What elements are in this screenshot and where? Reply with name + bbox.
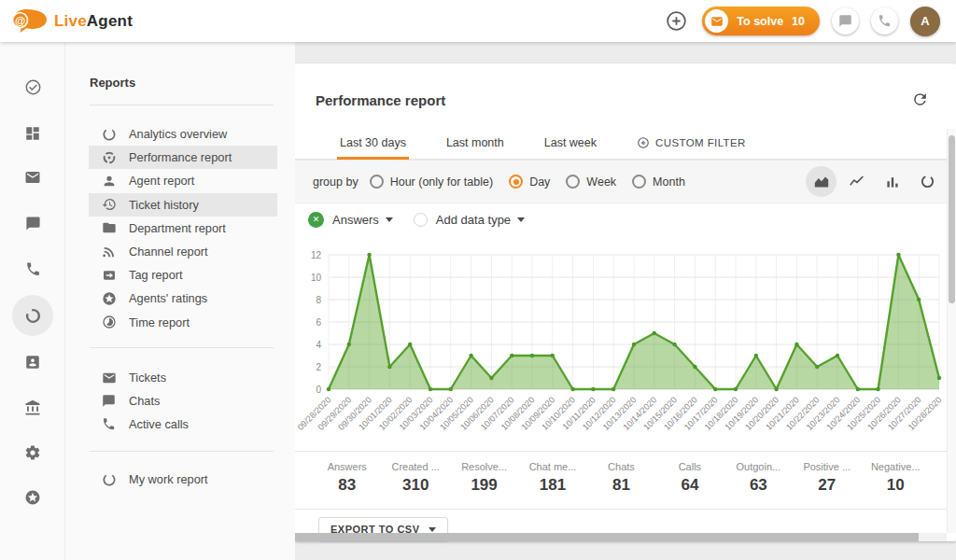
- dashboard-icon: [24, 125, 41, 142]
- bank-icon: [24, 399, 41, 416]
- line-chart-icon: [849, 175, 865, 189]
- menu-divider: [90, 105, 274, 105]
- summary-stats: Answers83 Created ...310 Resolve...199 C…: [295, 451, 947, 509]
- top-header: @ LiveAgent To solve 10: [0, 0, 956, 42]
- stat-answers: Answers83: [313, 461, 381, 509]
- star-circle-icon: [24, 489, 41, 506]
- chevron-down-icon: [517, 217, 525, 222]
- refresh-icon: [911, 91, 929, 108]
- phone-icon: [101, 416, 117, 432]
- area-chart-type-button[interactable]: [806, 166, 836, 197]
- header-actions: To solve 10 A: [663, 7, 940, 36]
- donut-large-icon: [101, 471, 117, 487]
- rail-star-button[interactable]: [12, 477, 53, 518]
- svg-text:12: 12: [311, 250, 322, 260]
- chats-button[interactable]: [832, 7, 859, 35]
- rail-contacts-button[interactable]: [12, 342, 53, 383]
- menu-item-analytics-overview[interactable]: Analytics overview: [89, 122, 277, 146]
- menu-item-agent-report[interactable]: Agent report: [89, 169, 277, 192]
- menu-item-time-report[interactable]: Time report: [89, 311, 277, 334]
- radio-month[interactable]: Month: [632, 175, 685, 189]
- rail-chat-button[interactable]: [12, 203, 53, 244]
- reports-menu: Reports Analytics overview Performance r…: [65, 42, 295, 560]
- tab-custom-filter[interactable]: CUSTOM FILTER: [634, 136, 749, 161]
- svg-text:0: 0: [316, 385, 321, 395]
- stat-created: Created ...310: [381, 461, 449, 509]
- radio-hour[interactable]: Hour (only for table): [370, 175, 493, 189]
- menu-item-tickets[interactable]: Tickets: [89, 366, 277, 389]
- radio-selected-icon: [509, 175, 523, 189]
- menu-item-tag-report[interactable]: Tag report: [89, 263, 277, 287]
- line-chart-type-button[interactable]: [841, 166, 872, 197]
- radio-day[interactable]: Day: [509, 175, 550, 189]
- svg-text:10: 10: [311, 273, 322, 283]
- menu-item-chats[interactable]: Chats: [89, 389, 277, 413]
- performance-area-chart: 02468101209/28/202009/29/202009/30/20201…: [295, 235, 956, 451]
- menu-item-active-calls[interactable]: Active calls: [89, 413, 277, 436]
- menu-item-channel-report[interactable]: Channel report: [89, 240, 277, 263]
- performance-donut-icon: [101, 149, 117, 165]
- plus-circle-icon: [637, 136, 650, 149]
- menu-title: Reports: [90, 76, 135, 90]
- tab-last-week[interactable]: Last week: [541, 136, 599, 161]
- phone-icon: [878, 14, 892, 28]
- calls-button[interactable]: [871, 7, 898, 35]
- add-button[interactable]: [663, 7, 690, 35]
- chat-icon: [25, 216, 41, 231]
- mail-icon: [705, 9, 728, 33]
- menu-item-performance-report[interactable]: Performance report: [89, 146, 277, 169]
- radio-week[interactable]: Week: [566, 175, 616, 189]
- add-circle-icon: [665, 9, 688, 33]
- radio-circle-icon: [370, 175, 384, 189]
- folder-icon: [101, 220, 117, 236]
- rail-check-circle-button[interactable]: [12, 66, 53, 107]
- chat-icon: [838, 14, 852, 28]
- add-chip-label: Add data type: [436, 213, 511, 227]
- bar-chart-type-button[interactable]: [877, 166, 907, 197]
- horizontal-scrollbar-thumb[interactable]: [295, 533, 919, 541]
- rail-bank-button[interactable]: [12, 387, 53, 428]
- rail-dashboard-button[interactable]: [12, 113, 53, 154]
- menu-group-queues: Tickets Chats Active calls: [89, 366, 277, 437]
- check-circle-icon: [24, 78, 42, 96]
- menu-item-my-work-report[interactable]: My work report: [89, 468, 277, 491]
- contact-card-icon: [24, 354, 41, 371]
- avatar[interactable]: A: [910, 7, 940, 36]
- rail-phone-button[interactable]: [12, 248, 53, 289]
- add-data-type-chip[interactable]: Add data type: [414, 213, 525, 227]
- rail-reports-button[interactable]: [12, 295, 53, 336]
- chat-icon: [101, 393, 117, 409]
- report-card: Performance report Last 30 days Last mon…: [295, 63, 956, 541]
- remove-circle-icon[interactable]: ✕: [308, 212, 324, 228]
- stat-chats: Chats81: [587, 461, 655, 509]
- menu-item-agents-ratings[interactable]: Agents' ratings: [89, 287, 277, 310]
- series-chip-label: Answers: [332, 213, 379, 227]
- rail-mail-button[interactable]: [12, 157, 53, 198]
- liveagent-bubble-icon: @: [11, 7, 49, 35]
- menu-item-ticket-history[interactable]: Ticket history: [89, 193, 277, 217]
- mail-icon: [101, 370, 117, 385]
- phone-icon: [25, 261, 41, 277]
- bar-chart-icon: [885, 175, 900, 189]
- to-solve-button[interactable]: To solve 10: [702, 7, 820, 35]
- rail-settings-button[interactable]: [12, 432, 53, 473]
- date-range-tabs: Last 30 days Last month Last week CUSTOM…: [337, 136, 749, 161]
- series-chips: ✕ Answers Add data type: [308, 203, 525, 235]
- refresh-button[interactable]: [909, 89, 931, 110]
- vertical-scrollbar: [947, 129, 956, 533]
- menu-group-reports: Analytics overview Performance report Ag…: [89, 122, 277, 334]
- tab-last-30-days[interactable]: Last 30 days: [337, 136, 409, 161]
- donut-chart-type-button[interactable]: [912, 166, 943, 197]
- menu-item-department-report[interactable]: Department report: [89, 217, 277, 240]
- group-by-bar: group by Hour (only for table) Day Week …: [295, 160, 956, 203]
- svg-text:6: 6: [316, 317, 321, 328]
- answers-series-chip[interactable]: ✕ Answers: [308, 212, 393, 228]
- icon-rail: [0, 42, 65, 560]
- mail-icon: [24, 169, 41, 186]
- svg-text:4: 4: [316, 340, 321, 350]
- settings-gear-icon: [24, 444, 41, 461]
- tab-last-month[interactable]: Last month: [443, 136, 507, 161]
- vertical-scrollbar-thumb[interactable]: [949, 135, 955, 303]
- chevron-down-icon: [429, 527, 436, 532]
- svg-text:8: 8: [316, 295, 321, 305]
